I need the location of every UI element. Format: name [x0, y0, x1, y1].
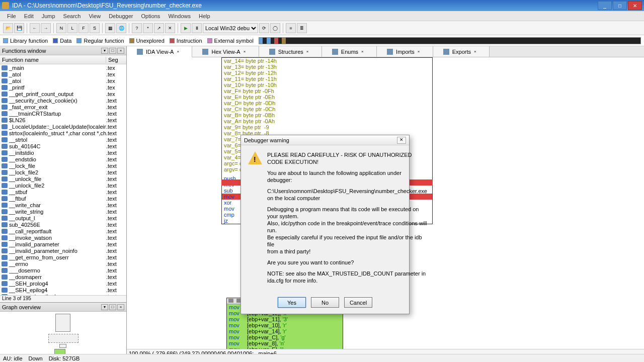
- pause-button[interactable]: ⏸: [192, 23, 202, 33]
- col-function-name[interactable]: Function name: [0, 57, 106, 63]
- back-button[interactable]: ←: [30, 23, 40, 33]
- function-segment: .text: [106, 209, 126, 215]
- function-row[interactable]: __strtol.text: [0, 136, 126, 143]
- tool-button[interactable]: L: [67, 23, 77, 33]
- debugger-selector[interactable]: Local Win32 debugger: [203, 23, 258, 33]
- tool-button[interactable]: 🌐: [116, 23, 126, 33]
- function-row[interactable]: __errno.text: [0, 260, 126, 267]
- function-row[interactable]: __unlock_file.text: [0, 175, 126, 182]
- maximize-button[interactable]: □: [613, 1, 627, 10]
- dialog-titlebar[interactable]: Debugger warning ✕: [241, 135, 409, 145]
- menu-file[interactable]: File: [3, 13, 20, 19]
- tool-button[interactable]: ↗: [154, 23, 164, 33]
- menu-options[interactable]: Options: [137, 13, 164, 19]
- save-button[interactable]: 💾: [14, 23, 24, 33]
- dialog-close-button[interactable]: ✕: [397, 137, 406, 144]
- pane-close-button[interactable]: ×: [117, 48, 124, 54]
- tool-button[interactable]: N: [56, 23, 66, 33]
- tab-exports[interactable]: Exports×: [433, 46, 490, 57]
- function-row[interactable]: __stbuf.text: [0, 189, 126, 195]
- function-row[interactable]: __invoke_watson.text: [0, 234, 126, 241]
- tool-button[interactable]: ⟳: [259, 23, 269, 33]
- function-row[interactable]: __ftbuf.text: [0, 195, 126, 202]
- open-button[interactable]: 📂: [3, 23, 13, 33]
- tab-enums[interactable]: Enums×: [322, 46, 377, 57]
- function-row[interactable]: __initstdio.text: [0, 149, 126, 156]
- menu-help[interactable]: Help: [195, 13, 214, 19]
- menu-debugger[interactable]: Debugger: [105, 13, 137, 19]
- function-row[interactable]: __lock_file2.text: [0, 169, 126, 175]
- menu-jump[interactable]: Jump: [38, 13, 59, 19]
- tool-button[interactable]: S: [90, 23, 100, 33]
- tab-ida-view-a[interactable]: IDA View-A×: [127, 46, 192, 57]
- menu-view[interactable]: View: [85, 13, 105, 19]
- function-row[interactable]: _main.tex: [0, 64, 126, 71]
- function-row[interactable]: __unlock_file2.text: [0, 182, 126, 189]
- forward-button[interactable]: →: [41, 23, 51, 33]
- function-row[interactable]: ___tmainCRTStartup.text: [0, 110, 126, 117]
- code-line: var_10= byte ptr -10h: [222, 82, 432, 88]
- tab-close-button[interactable]: ×: [474, 49, 479, 54]
- cancel-button[interactable]: Cancel: [344, 297, 372, 308]
- function-row[interactable]: _atol.tex: [0, 71, 126, 77]
- function-row[interactable]: __dosmaperr.text: [0, 274, 126, 280]
- function-row[interactable]: __output_l.text: [0, 215, 126, 221]
- function-row[interactable]: __write_char.text: [0, 202, 126, 208]
- function-row[interactable]: _atoi.tex: [0, 77, 126, 84]
- tool-button[interactable]: ≣: [297, 23, 307, 33]
- tab-close-button[interactable]: ×: [306, 49, 311, 54]
- minimize-button[interactable]: _: [598, 1, 612, 10]
- function-row[interactable]: _printf.tex: [0, 84, 126, 90]
- tab-imports[interactable]: Imports×: [377, 46, 433, 57]
- graph-overview-canvas[interactable]: [0, 312, 126, 357]
- functions-list[interactable]: _main.tex_atol.tex_atoi.tex_printf.tex__…: [0, 64, 126, 295]
- function-row[interactable]: sub_40164C.text: [0, 143, 126, 149]
- pane-menu-button[interactable]: ▾: [101, 48, 108, 54]
- pane-menu-button[interactable]: ▾: [101, 304, 108, 310]
- function-row[interactable]: __invalid_parameter_noinfo.text: [0, 247, 126, 254]
- function-row[interactable]: ___doserrno.text: [0, 267, 126, 274]
- menu-edit[interactable]: Edit: [20, 13, 38, 19]
- function-row[interactable]: __endstdio.text: [0, 156, 126, 162]
- function-row[interactable]: __lock_file.text: [0, 162, 126, 169]
- tool-button[interactable]: *: [143, 23, 153, 33]
- pane-close-button[interactable]: ×: [117, 304, 124, 310]
- function-row[interactable]: sub_40256E.text: [0, 221, 126, 228]
- binary-overview-bar[interactable]: [259, 37, 641, 44]
- function-row[interactable]: $LN26.text: [0, 117, 126, 123]
- function-row[interactable]: _fast_error_exit.text: [0, 104, 126, 110]
- tab-close-button[interactable]: ×: [244, 49, 249, 54]
- function-row[interactable]: strtox(localeinfo_struct *,char const *,…: [0, 130, 126, 136]
- tool-button[interactable]: ✕: [165, 23, 175, 33]
- pane-restore-button[interactable]: □: [109, 48, 116, 54]
- tab-structures[interactable]: Structures×: [259, 46, 322, 57]
- function-row[interactable]: __SEH_epilog4.text: [0, 287, 126, 293]
- close-button[interactable]: ✕: [628, 1, 642, 10]
- tab-close-button[interactable]: ×: [361, 49, 366, 54]
- run-button[interactable]: ▶: [181, 23, 191, 33]
- function-icon: [2, 268, 8, 273]
- function-row[interactable]: __write_string.text: [0, 208, 126, 215]
- tool-button[interactable]: ◯: [270, 23, 280, 33]
- tab-close-button[interactable]: ×: [177, 49, 182, 54]
- pane-restore-button[interactable]: □: [109, 304, 116, 310]
- legend-swatch: [207, 38, 212, 43]
- tab-close-button[interactable]: ×: [418, 49, 423, 54]
- menu-search[interactable]: Search: [59, 13, 85, 19]
- function-row[interactable]: __get_errno_from_oserr.text: [0, 254, 126, 260]
- tool-button[interactable]: ?: [132, 23, 142, 33]
- function-row[interactable]: _LocaleUpdate::_LocaleUpdate(localeinfo_…: [0, 123, 126, 130]
- function-row[interactable]: __invalid_parameter.text: [0, 241, 126, 247]
- tool-button[interactable]: ▦: [105, 23, 115, 33]
- tool-button[interactable]: F: [78, 23, 89, 33]
- no-button[interactable]: No: [311, 297, 339, 308]
- col-segment[interactable]: Seg: [106, 57, 126, 63]
- yes-button[interactable]: Yes: [278, 297, 306, 308]
- function-row[interactable]: __security_check_cookie(x).text: [0, 97, 126, 104]
- tool-button[interactable]: ≡: [286, 23, 296, 33]
- function-row[interactable]: __get_printf_count_output.tex: [0, 90, 126, 97]
- function-row[interactable]: __SEH_prolog4.text: [0, 280, 126, 287]
- function-row[interactable]: __call_reportfault.text: [0, 228, 126, 234]
- tab-hex-view-a[interactable]: Hex View-A×: [192, 46, 259, 57]
- menu-windows[interactable]: Windows: [164, 13, 195, 19]
